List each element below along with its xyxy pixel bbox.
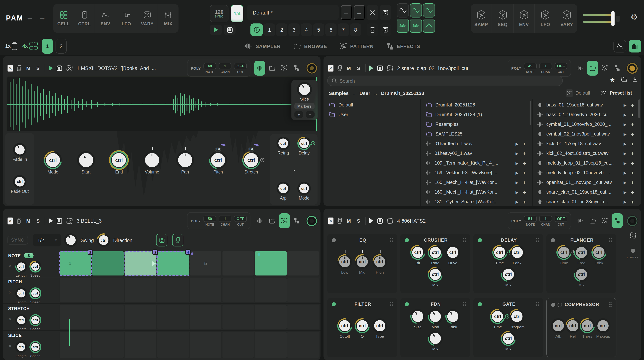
effect-card[interactable]: FLANGER ctrl Time	[546, 234, 616, 293]
step-cell[interactable]	[125, 305, 156, 329]
effect-knob[interactable]: Mod	[430, 311, 441, 329]
drag-handle-icon[interactable]	[609, 238, 612, 242]
sample-file-row[interactable]: 160._Mech_Hi-Hat_[WavKor... ▶ +	[422, 187, 530, 197]
swing-knob[interactable]	[66, 235, 76, 245]
effect-knob[interactable]: ctrl High	[374, 256, 385, 274]
engine-tab[interactable]: LFO	[535, 4, 556, 33]
add-sample-icon[interactable]: +	[630, 112, 635, 118]
effect-knob[interactable]: ctrl Cutoff	[339, 320, 350, 338]
bank-button[interactable]: 2	[56, 39, 67, 54]
cut-setting[interactable]: OFFCUT	[554, 215, 567, 226]
pattern-slot[interactable]: 2	[276, 23, 287, 36]
effect-knob[interactable]: ctrl Time	[492, 311, 503, 329]
knob[interactable]: Start	[70, 153, 102, 174]
effect-knob[interactable]: Size	[412, 311, 423, 329]
cell-output-knob[interactable]	[308, 64, 316, 72]
add-sample-icon[interactable]: +	[630, 141, 635, 147]
sample-file-row[interactable]: 01heavy02_1.wav ▶ +	[422, 149, 530, 158]
add-sample-icon[interactable]: +	[630, 121, 635, 128]
step-cell[interactable]	[157, 278, 189, 302]
drag-handle-icon[interactable]	[463, 302, 466, 306]
step-cell[interactable]	[157, 305, 189, 329]
cell-title[interactable]: 3 BELLL_3	[77, 218, 183, 223]
division-dropdown[interactable]: 1/2 ▾	[33, 234, 61, 246]
preset-prev-button[interactable]: ←	[341, 5, 352, 20]
effect-knob[interactable]: ctrl Bit	[412, 247, 423, 265]
step-cell[interactable]	[287, 332, 319, 358]
cell-play-button[interactable]	[49, 65, 53, 71]
effects-view-button[interactable]	[612, 61, 623, 76]
pattern-slot[interactable]: 6	[325, 23, 336, 36]
step-cell[interactable]	[190, 278, 222, 302]
effect-knob[interactable]: ctrl Program	[510, 311, 525, 329]
step-cell[interactable]	[92, 278, 124, 302]
save-sequence-button[interactable]	[156, 234, 167, 246]
close-button[interactable]: ✕	[8, 217, 13, 224]
lane-knob[interactable]: ctrl Length	[16, 262, 26, 277]
sampler-view-button[interactable]	[575, 213, 586, 228]
bank-button[interactable]: 1	[42, 39, 53, 54]
step-cell[interactable]	[255, 305, 286, 329]
slice-markers-button[interactable]: Markers	[294, 103, 314, 109]
close-button[interactable]: ✕	[328, 65, 334, 72]
effect-enable-dot[interactable]	[551, 238, 555, 242]
cell-randomize-button[interactable]	[386, 217, 394, 224]
step-cell[interactable]	[190, 332, 222, 358]
knob[interactable]: ctrl Fade Out	[11, 177, 29, 193]
wave-sine-button-3[interactable]	[423, 3, 435, 17]
new-folder-icon[interactable]	[620, 76, 628, 83]
clock-division-button[interactable]: 1/4	[231, 5, 243, 22]
knob[interactable]: ctrl End	[104, 153, 135, 174]
wave-sine-button-2[interactable]	[410, 3, 422, 17]
step-cell[interactable]	[60, 332, 91, 358]
sample-file-row[interactable]: cymbal_02_1nov3poll_cut.wav ▶ +	[534, 129, 638, 139]
solo-button[interactable]: S	[35, 218, 41, 223]
sample-file-row[interactable]: 109._Terminator_Kick_Pt_4_... ▶ +	[422, 158, 530, 168]
add-sample-icon[interactable]: +	[522, 170, 527, 176]
drag-handle-icon[interactable]	[390, 302, 393, 306]
default-view-chip[interactable]: Default	[566, 89, 590, 97]
sample-file-row[interactable]: 159._Vektor_FX_[WavKore]_... ▶ +	[422, 168, 530, 178]
knob[interactable]: L6 ctrl Pitch	[202, 153, 234, 174]
sample-file-row[interactable]: cymbal_01_10novrfvb_2020_... ▶ +	[534, 120, 638, 129]
cell-stop-button[interactable]	[377, 65, 383, 71]
effect-knob[interactable]: ctrl Mid	[357, 256, 368, 274]
effect-enable-dot[interactable]	[405, 302, 409, 306]
mute-button[interactable]: M	[346, 65, 352, 71]
effects-view-button[interactable]	[612, 213, 623, 228]
effect-mix-knob[interactable]: ctrl Mix	[576, 269, 587, 287]
step-cell[interactable]: 5	[190, 251, 222, 275]
step-cell[interactable]	[255, 251, 286, 275]
wave-sine-button-1[interactable]	[397, 3, 409, 17]
wave-triangle-button[interactable]	[423, 19, 435, 33]
step-cell[interactable]: 2	[125, 251, 156, 275]
knob[interactable]: ctrl Mode	[37, 153, 68, 174]
pattern-slot[interactable]: 8	[350, 23, 361, 36]
lane-clear-button[interactable]: ✕	[8, 263, 12, 268]
lane-solo-badge[interactable]: S	[24, 253, 34, 258]
cut-setting[interactable]: OFFCUT	[554, 63, 567, 74]
pattern-slot[interactable]: 1	[264, 23, 275, 36]
cut-setting[interactable]: OFFCUT	[234, 215, 247, 226]
layout-4x-label[interactable]: 4x	[22, 43, 28, 49]
note-setting[interactable]: 50NOTE	[204, 215, 216, 226]
cell-stop-button[interactable]	[57, 218, 62, 223]
cut-setting[interactable]: OFFCUT	[234, 63, 247, 74]
cell-output-knob[interactable]	[308, 216, 316, 225]
volume-handle[interactable]	[611, 11, 614, 26]
layout-1x-icon[interactable]	[12, 42, 17, 50]
sample-file-row[interactable]: 181._Cyber_Snare_[WavKor... ▶ +	[422, 197, 530, 206]
tab-cell[interactable]: CELL	[53, 4, 74, 33]
dice-icon[interactable]	[629, 232, 636, 239]
preset-next-button[interactable]: →	[354, 5, 365, 20]
breadcrumb-item[interactable]: DrumKit_20251128 →	[381, 90, 424, 96]
effect-mix-knob[interactable]: ctrl Mix	[503, 269, 514, 287]
step-cell[interactable]	[92, 305, 124, 329]
chan-setting[interactable]: 1CHAN	[219, 215, 232, 226]
pattern-clock-slot[interactable]	[250, 23, 263, 36]
tab-mix[interactable]: MIX	[158, 4, 178, 33]
wave-pulse-button-1[interactable]	[397, 19, 409, 33]
preview-play-icon[interactable]: ▶	[624, 103, 626, 107]
note-setting[interactable]: 49NOTE	[524, 63, 537, 74]
knob[interactable]: Pan	[170, 153, 201, 174]
